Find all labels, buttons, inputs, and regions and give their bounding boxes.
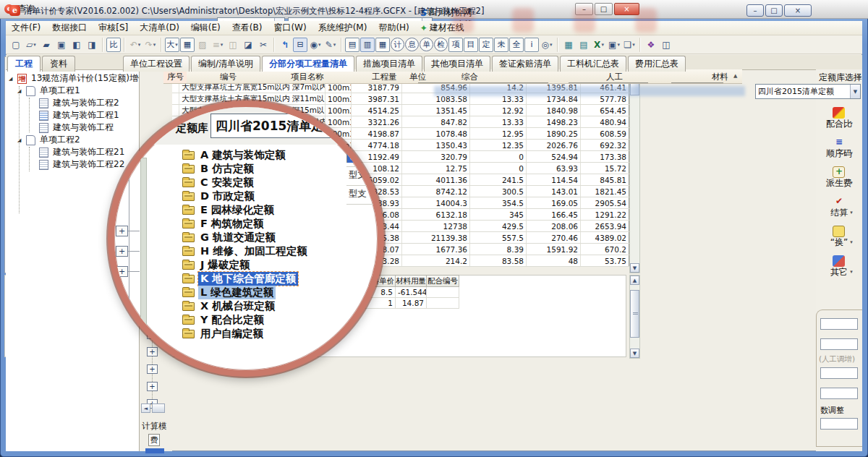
scroll-down-icon[interactable]: ▼ (630, 349, 639, 358)
menu-item[interactable]: 审核[S] (93, 21, 134, 34)
toolbar-button-icon[interactable]: ✎ (323, 38, 338, 52)
row-expander-icon[interactable]: + (147, 347, 158, 356)
side-tab[interactable]: 工程 (7, 56, 41, 72)
toolbar-button-icon[interactable]: ▤ (345, 38, 359, 52)
quota-category-row[interactable]: E 园林绿化定额 (182, 203, 375, 217)
toolbar-button-icon[interactable] (639, 38, 641, 52)
scroll-left-icon[interactable]: ◄ (141, 403, 150, 413)
maximize-button[interactable]: □ (765, 4, 783, 17)
toolbar-button-icon[interactable]: ◨ (85, 38, 99, 52)
close-button[interactable]: × (784, 4, 812, 17)
toolbar-button-icon[interactable] (273, 38, 275, 52)
quota-category-row[interactable]: C 安装定额 (182, 176, 375, 189)
toolbar-button-icon[interactable]: ▢ (9, 38, 23, 52)
menu-item[interactable]: 文件(F) (6, 21, 46, 34)
quota-category-row[interactable]: X 机械台班定额 (182, 299, 375, 313)
toolbar-button-icon[interactable]: ◫ (226, 38, 240, 52)
toolbar-button-icon[interactable]: ◧ (69, 38, 84, 52)
toolbar-button-icon[interactable] (557, 38, 558, 52)
toolbar-button-icon[interactable]: 检 (434, 38, 448, 51)
panel-button[interactable]: “换” (825, 226, 853, 247)
chevron-down-icon[interactable]: ▼ (850, 85, 860, 98)
scroll-down-icon[interactable]: ▼ (630, 263, 639, 273)
toolbar-button-icon[interactable]: ▨ (195, 38, 210, 52)
panel-button[interactable]: ≡ 顺序码 (825, 137, 853, 158)
document-tab[interactable]: 签证索赔清单 (492, 56, 558, 72)
toolbar-button-icon[interactable]: ❏ (622, 38, 637, 52)
toolbar-button-icon[interactable]: i (524, 38, 539, 52)
document-tab[interactable]: 措施项目清单 (356, 56, 422, 72)
row-expander-icon[interactable]: + (116, 226, 128, 236)
sort-icon[interactable]: ▲ (733, 73, 737, 79)
adjust-input[interactable] (820, 338, 858, 350)
project-tree-row[interactable]: 建筑与装饰工程21 (9, 146, 139, 158)
project-tree-row[interactable]: 建筑与装饰工程 (9, 121, 139, 134)
toolbar-button-icon[interactable]: 全 (509, 38, 524, 52)
toolbar-button-icon[interactable]: ↰ (278, 38, 292, 52)
toolbar-button-icon[interactable] (161, 38, 162, 52)
materials-scrollbar[interactable]: ▲ ▼ (629, 275, 640, 359)
toolbar-button-icon[interactable]: ▦ (561, 38, 576, 52)
document-tab[interactable]: 单位工程设置 (123, 56, 190, 72)
quota-category-row[interactable]: K 地下综合管廊定额 (182, 272, 375, 286)
menu-item[interactable]: 编辑(E) (185, 21, 226, 34)
tree-expand-icon[interactable]: ◢ (9, 76, 15, 82)
panel-button[interactable]: + 派生费 (825, 166, 853, 188)
quota-category-row[interactable]: F 构筑物定额 (182, 217, 375, 231)
toolbar-button-icon[interactable]: 息 (405, 38, 419, 51)
quota-category-row[interactable]: G 轨道交通定额 (182, 231, 375, 244)
project-tree-row[interactable]: ◢ 单项工程2 (9, 134, 139, 146)
quota-category-row[interactable]: L 绿色建筑定额 (182, 286, 375, 299)
toolbar-button-icon[interactable]: 项 (448, 38, 463, 52)
toolbar-button-icon[interactable] (341, 38, 342, 52)
document-tab[interactable]: 其他项目清单 (424, 56, 490, 72)
document-tab[interactable]: 工料机汇总表 (560, 56, 626, 72)
toolbar-button-icon[interactable]: ≡ (210, 38, 225, 52)
toolbar-button-icon[interactable]: ▤ (576, 38, 591, 52)
menu-item[interactable]: 系统维护(M) (312, 21, 373, 34)
project-tree-row[interactable]: 建筑与装饰工程1 (9, 109, 139, 121)
toolbar-button-icon[interactable]: ↷ (143, 38, 158, 52)
row-expander-icon[interactable]: + (147, 364, 158, 374)
toolbar-button-icon[interactable]: ◎ (540, 38, 554, 52)
panel-button[interactable]: 其它 (825, 255, 853, 277)
minimize-button[interactable]: – (746, 4, 764, 17)
row-expander-icon[interactable]: + (147, 382, 158, 391)
dialog-maximize-button[interactable]: □ (595, 3, 613, 15)
toolbar-button-icon[interactable]: X (592, 38, 606, 52)
panel-button[interactable]: 配合比 (825, 107, 853, 129)
scrollbar-thumb[interactable] (152, 403, 165, 413)
toolbar-button-icon[interactable]: ◉ (308, 38, 323, 52)
toolbar-button-icon[interactable]: ◪ (241, 38, 255, 52)
quota-lib-select[interactable]: 四川省2015清单定额 ▼ (755, 84, 861, 99)
row-expander-icon[interactable]: + (116, 246, 128, 257)
toolbar-button-icon[interactable]: ▦ (180, 38, 195, 52)
adjust-input[interactable] (820, 418, 858, 430)
toolbar-button-icon[interactable]: ⊟ (293, 38, 307, 52)
menu-item[interactable]: 大清单(D) (134, 21, 185, 34)
toolbar-button-icon[interactable]: ▣ (607, 38, 621, 52)
scrollbar-thumb[interactable] (630, 290, 639, 338)
scroll-up-icon[interactable]: ▲ (630, 276, 639, 285)
menu-item[interactable]: 帮助(H) (373, 21, 414, 34)
toolbar-button-icon[interactable]: ▣ (54, 38, 69, 52)
adjust-input[interactable] (820, 318, 858, 330)
row-expander-icon[interactable]: + (116, 266, 128, 277)
menu-item[interactable]: 窗口(W) (268, 21, 312, 34)
adjust-input[interactable] (820, 367, 858, 379)
toolbar-button-icon[interactable]: 单 (420, 38, 433, 51)
toolbar-button-icon[interactable]: ▰ (39, 38, 54, 52)
toolbar-button-icon[interactable] (124, 38, 125, 52)
toolbar-button-icon[interactable] (102, 38, 103, 52)
toolbar-button-icon[interactable]: 定 (479, 38, 493, 52)
adjust-input[interactable] (820, 388, 858, 399)
toolbar-button-icon[interactable]: ❖ (644, 38, 658, 52)
menu-item[interactable]: 查看(B) (226, 21, 268, 34)
project-tree-row[interactable]: ◢ 增 13规范清单计价(15定额)增值 (9, 72, 139, 85)
toolbar-button-icon[interactable]: ▱ (24, 38, 38, 52)
project-tree-row[interactable]: ◢ 单项工程1 (9, 85, 139, 97)
side-tab[interactable]: 资料 (42, 56, 75, 72)
quota-category-row[interactable]: D 市政定额 (182, 189, 375, 203)
menu-item[interactable]: 数据接口 (46, 21, 93, 34)
toolbar-button-icon[interactable]: ↶ (128, 38, 142, 52)
